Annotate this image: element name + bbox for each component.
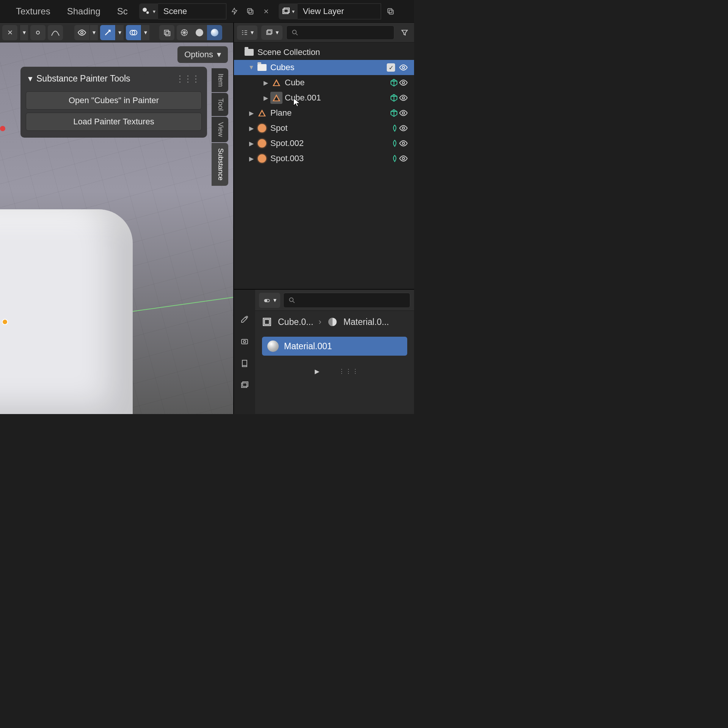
panel-header[interactable]: ▾ Substance Painter Tools ⋮⋮⋮	[26, 72, 202, 88]
scene-selector[interactable]: Scene	[139, 3, 226, 19]
chevron-down-icon[interactable]: ▾	[89, 25, 98, 40]
pivot-dropdown[interactable]	[30, 25, 46, 40]
outliner-view-mode[interactable]: ▾	[261, 25, 282, 40]
disclosure-arrow[interactable]: ▼	[247, 64, 256, 71]
load-painter-textures-button[interactable]: Load Painter Textures	[26, 113, 202, 131]
disclosure-arrow[interactable]: ▶	[261, 79, 270, 86]
tab-shading[interactable]: Shading	[59, 0, 109, 22]
material-preview-icon	[267, 340, 279, 352]
chevron-down-icon[interactable]: ▾	[20, 25, 28, 40]
tab-scripting-cut[interactable]: Sc	[109, 0, 136, 22]
shading-solid[interactable]	[192, 25, 207, 40]
pin-icon[interactable]	[226, 3, 242, 19]
light-data-icon[interactable]	[391, 154, 399, 163]
disclosure-arrow[interactable]: ▶	[247, 155, 256, 162]
eye-icon[interactable]	[399, 125, 410, 132]
side-tab-substance[interactable]: Substance	[212, 143, 228, 186]
tree-label: Spot.002	[270, 138, 372, 148]
light-data-icon[interactable]	[391, 124, 399, 132]
eye-icon[interactable]	[399, 110, 410, 116]
disclosure-arrow[interactable]: ▶	[261, 94, 270, 102]
panel-title: Substance Painter Tools	[36, 74, 130, 84]
outliner-display-mode[interactable]: ▾	[237, 25, 257, 40]
outliner-search[interactable]	[286, 25, 394, 40]
disclosure-arrow[interactable]: ▶	[247, 125, 256, 132]
mesh-data-icon[interactable]	[389, 93, 399, 102]
open-in-painter-button[interactable]: Open "Cubes" in Painter	[26, 91, 202, 110]
close-scene-icon[interactable]	[258, 3, 274, 19]
svg-rect-3	[247, 8, 251, 13]
scene-name-field[interactable]: Scene	[158, 3, 226, 19]
svg-point-26	[243, 340, 246, 343]
ptab-tool[interactable]	[238, 312, 251, 326]
disclosure-arrow[interactable]: ▶	[247, 140, 256, 147]
svg-point-31	[265, 300, 267, 301]
outliner-tree[interactable]: Scene Collection ▼ Cubes ✓ ▶ Cube ▶	[234, 42, 414, 289]
side-tab-tool[interactable]: Tool	[212, 93, 228, 116]
scene-icon[interactable]	[139, 3, 158, 19]
svg-point-1	[146, 11, 149, 14]
material-slot[interactable]: Material.001	[262, 337, 407, 356]
eye-icon[interactable]	[399, 155, 410, 162]
substance-painter-panel: ▾ Substance Painter Tools ⋮⋮⋮ Open "Cube…	[20, 67, 207, 138]
chevron-down-icon: ▾	[251, 29, 254, 36]
mesh-data-icon[interactable]	[389, 78, 399, 87]
tab-textures[interactable]: Textures	[8, 0, 59, 22]
ptab-output[interactable]	[238, 356, 251, 370]
light-data-icon[interactable]	[391, 139, 399, 147]
shading-material[interactable]	[207, 25, 222, 40]
visibility-dropdown[interactable]	[74, 25, 89, 40]
tree-row-cube001[interactable]: ▶ Cube.001	[234, 90, 414, 105]
xray-toggle[interactable]	[159, 25, 174, 40]
side-tab-view[interactable]: View	[212, 117, 228, 142]
tree-row-scene-collection[interactable]: Scene Collection	[234, 45, 414, 60]
object-icon	[261, 316, 273, 328]
side-tab-item[interactable]: Item	[212, 68, 228, 92]
collection-enable-checkbox[interactable]: ✓	[387, 63, 395, 72]
tree-row-cube[interactable]: ▶ Cube	[234, 75, 414, 90]
light-icon	[256, 122, 268, 134]
properties-search[interactable]	[283, 293, 410, 308]
disclosure-arrow[interactable]: ▶	[247, 110, 256, 117]
tree-row-spot[interactable]: ▶ Spot	[234, 121, 414, 136]
breadcrumb-material[interactable]: Material.0...	[344, 317, 389, 327]
grip-icon[interactable]: ⋮⋮⋮	[176, 74, 199, 84]
ptab-render[interactable]	[238, 334, 251, 348]
play-icon[interactable]: ▶	[311, 365, 323, 378]
gizmo-toggle[interactable]	[100, 25, 115, 40]
orientation-dropdown[interactable]: ✕	[2, 25, 17, 40]
shading-wireframe[interactable]	[177, 25, 192, 40]
filter-icon[interactable]	[398, 25, 411, 40]
breadcrumb-object[interactable]: Cube.0...	[278, 317, 313, 327]
properties-mode-dropdown[interactable]: ▾	[259, 293, 280, 308]
eye-icon[interactable]	[399, 94, 410, 101]
grip-icon[interactable]: ⋮⋮⋮	[339, 368, 359, 375]
copy-viewlayer-icon[interactable]	[383, 3, 399, 19]
material-slot-name: Material.001	[284, 341, 332, 351]
tree-row-spot002[interactable]: ▶ Spot.002	[234, 136, 414, 151]
viewlayer-name-field[interactable]: View Layer	[298, 3, 381, 19]
tree-row-spot003[interactable]: ▶ Spot.003	[234, 151, 414, 166]
svg-rect-27	[242, 360, 247, 366]
ptab-viewlayer[interactable]	[238, 378, 251, 392]
properties-tab-strip	[234, 290, 255, 414]
tree-label: Spot	[270, 123, 386, 133]
search-icon	[288, 297, 296, 304]
tree-row-plane[interactable]: ▶ Plane	[234, 105, 414, 121]
options-dropdown[interactable]: Options ▾	[177, 46, 228, 63]
viewlayer-icon[interactable]	[279, 3, 298, 19]
overlay-toggle[interactable]	[126, 25, 141, 40]
eye-icon[interactable]	[399, 79, 410, 86]
copy-scene-icon[interactable]	[242, 3, 258, 19]
eye-icon[interactable]	[399, 140, 410, 147]
snap-curve-icon[interactable]	[48, 25, 63, 40]
tree-row-cubes-collection[interactable]: ▼ Cubes ✓	[234, 60, 414, 75]
svg-point-19	[402, 97, 405, 99]
eye-icon[interactable]	[399, 64, 410, 71]
chevron-down-icon[interactable]: ▾	[141, 25, 149, 40]
tree-label: Cube	[285, 78, 384, 88]
chevron-down-icon[interactable]: ▾	[115, 25, 124, 40]
tree-label: Spot.003	[270, 154, 372, 163]
viewlayer-selector[interactable]: View Layer	[279, 3, 381, 19]
mesh-data-icon[interactable]	[389, 108, 399, 118]
